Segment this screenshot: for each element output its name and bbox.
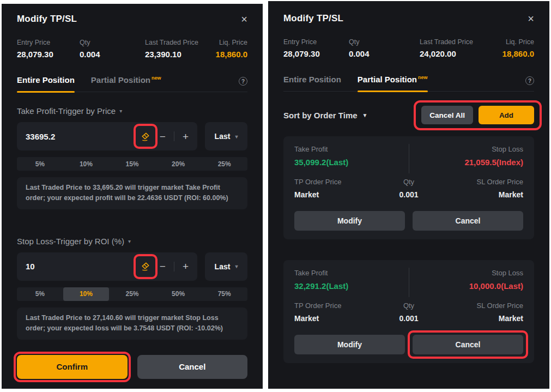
take-profit-trigger-type-select[interactable]: Last ▾ bbox=[205, 122, 247, 150]
card-order-values: Market 0.001 Market bbox=[294, 190, 523, 199]
new-badge: new bbox=[418, 75, 428, 80]
sort-actions-row: Sort by Order Time ▼ Cancel All Add bbox=[283, 106, 534, 124]
cancel-order-button[interactable]: Cancel bbox=[413, 335, 523, 354]
modal-title: Modify TP/SL bbox=[17, 14, 77, 25]
take-profit-section-label: Take Profit-Trigger by Price ▾ bbox=[17, 106, 247, 116]
sl-order-price: Market bbox=[447, 314, 523, 323]
tp-order-price: Market bbox=[294, 190, 371, 199]
tpsl-order-card: Take Profit Stop Loss 32,291.2(Last) 10,… bbox=[283, 260, 534, 363]
stop-loss-value: 10,000.0(Last) bbox=[469, 281, 523, 291]
eraser-icon[interactable] bbox=[140, 130, 152, 142]
cancel-order-button[interactable]: Cancel bbox=[413, 211, 523, 231]
stop-loss-info-text: Last Traded Price to 27,140.60 will trig… bbox=[17, 307, 247, 340]
stop-loss-roi-input[interactable]: 10 − + bbox=[17, 252, 197, 281]
sort-caret-icon: ▼ bbox=[362, 112, 368, 118]
card-divider bbox=[409, 144, 409, 173]
position-stats: Entry Price 28,079.30 Qty 0.004 Last Tra… bbox=[283, 38, 534, 58]
card-order-labels: TP Order Price Qty SL Order Price bbox=[294, 301, 523, 310]
modify-button-wrap: Modify bbox=[294, 335, 405, 354]
tab-entire-position[interactable]: Entire Position bbox=[283, 75, 341, 91]
take-profit-percent-row: 5% 10% 15% 20% 25% bbox=[17, 157, 247, 171]
order-qty: 0.001 bbox=[371, 190, 447, 199]
divider bbox=[174, 131, 174, 141]
tab-partial-position[interactable]: Partial Positionnew bbox=[358, 75, 428, 91]
close-icon[interactable]: × bbox=[241, 14, 247, 25]
stat-last-traded-price: Last Traded Price 23,390.10 bbox=[145, 39, 216, 59]
actions-wrap: Cancel All Add bbox=[421, 106, 534, 124]
tp-percent-option[interactable]: 15% bbox=[109, 157, 155, 171]
stop-loss-value: 21,059.5(Index) bbox=[464, 158, 523, 167]
take-profit-price-input[interactable]: 33695.2 − + bbox=[17, 122, 197, 150]
tpsl-order-card: Take Profit Stop Loss 35,099.2(Last) 21,… bbox=[283, 136, 534, 239]
chevron-down-icon: ▾ bbox=[235, 263, 238, 269]
sl-percent-option[interactable]: 5% bbox=[17, 287, 63, 301]
plus-icon[interactable]: + bbox=[183, 131, 189, 142]
eraser-icon[interactable] bbox=[140, 261, 152, 273]
modify-button[interactable]: Modify bbox=[294, 335, 405, 354]
eraser-glyph bbox=[140, 261, 150, 272]
chevron-down-icon: ▾ bbox=[235, 134, 238, 140]
card-order-values: Market 0.001 Market bbox=[294, 314, 523, 323]
stat-liq-price: Liq. Price 18,860.0 bbox=[216, 39, 247, 59]
card-order-labels: TP Order Price Qty SL Order Price bbox=[294, 178, 523, 186]
stop-loss-trigger-type-select[interactable]: Last ▾ bbox=[205, 252, 247, 281]
sort-by-order-time-dropdown[interactable]: Sort by Order Time ▼ bbox=[283, 111, 368, 120]
modal-title: Modify TP/SL bbox=[283, 13, 343, 24]
confirm-button[interactable]: Confirm bbox=[17, 355, 128, 379]
tp-percent-option[interactable]: 20% bbox=[155, 157, 202, 171]
tp-percent-option[interactable]: 5% bbox=[17, 157, 63, 171]
new-badge: new bbox=[152, 75, 161, 81]
tp-order-price: Market bbox=[294, 314, 371, 323]
stat-last-traded-price: Last Traded Price 24,020.00 bbox=[420, 38, 502, 58]
stat-qty: Qty 0.004 bbox=[349, 38, 420, 58]
take-profit-value: 32,291.2(Last) bbox=[294, 281, 348, 291]
help-icon[interactable]: ? bbox=[239, 77, 247, 86]
stat-entry-price: Entry Price 28,079.30 bbox=[283, 38, 349, 58]
take-profit-value: 35,099.2(Last) bbox=[294, 158, 348, 167]
modify-button-wrap: Modify bbox=[294, 211, 405, 231]
card-buttons: Modify Cancel bbox=[294, 211, 523, 231]
sl-percent-option[interactable]: 75% bbox=[201, 287, 247, 301]
input-controls: − + bbox=[140, 130, 189, 142]
cancel-button[interactable]: Cancel bbox=[137, 355, 248, 379]
position-stats: Entry Price 28,079.30 Qty 0.004 Last Tra… bbox=[17, 39, 247, 59]
modify-tpsl-modal-partial: Modify TP/SL × Entry Price 28,079.30 Qty… bbox=[268, 1, 549, 389]
position-tabs: Entire Position Partial Positionnew ? bbox=[283, 75, 534, 92]
sl-percent-option[interactable]: 25% bbox=[109, 287, 155, 301]
sl-percent-option-active[interactable]: 10% bbox=[63, 287, 110, 301]
minus-icon[interactable]: − bbox=[160, 131, 166, 142]
tp-percent-option[interactable]: 25% bbox=[201, 157, 247, 171]
cancel-button-wrap: Cancel bbox=[413, 335, 523, 354]
plus-icon[interactable]: + bbox=[183, 261, 189, 272]
stop-loss-section-label: Stop Loss-Trigger by ROI (%) ▾ bbox=[17, 237, 247, 246]
cancel-all-button[interactable]: Cancel All bbox=[421, 106, 473, 124]
modify-tpsl-modal-entire: Modify TP/SL × Entry Price 28,079.30 Qty… bbox=[2, 4, 263, 389]
cancel-button-wrap: Cancel bbox=[137, 355, 248, 379]
card-buttons: Modify Cancel bbox=[294, 335, 523, 354]
sl-percent-option[interactable]: 50% bbox=[155, 287, 202, 301]
minus-icon[interactable]: − bbox=[160, 261, 166, 272]
modal-footer: Confirm Cancel bbox=[17, 355, 247, 379]
stop-loss-percent-row: 5% 10% 25% 50% 75% bbox=[17, 287, 247, 301]
add-button[interactable]: Add bbox=[479, 106, 534, 124]
help-icon[interactable]: ? bbox=[525, 76, 534, 85]
modify-button[interactable]: Modify bbox=[294, 211, 405, 231]
chevron-down-icon[interactable]: ▾ bbox=[128, 238, 131, 244]
take-profit-info-text: Last Traded Price to 33,695.20 will trig… bbox=[17, 177, 247, 209]
close-icon[interactable]: × bbox=[528, 13, 534, 24]
take-profit-input-value[interactable]: 33695.2 bbox=[26, 132, 140, 141]
tab-entire-position[interactable]: Entire Position bbox=[17, 75, 75, 92]
modal-header: Modify TP/SL × bbox=[17, 4, 247, 25]
stop-loss-input-row: 10 − + Last ▾ bbox=[17, 252, 247, 281]
position-tabs: Entire Position Partial Positionnew ? bbox=[17, 75, 247, 92]
tab-partial-position[interactable]: Partial Positionnew bbox=[91, 75, 161, 92]
eraser-glyph bbox=[140, 131, 150, 142]
input-controls: − + bbox=[140, 261, 189, 273]
divider bbox=[174, 262, 174, 272]
stat-entry-price: Entry Price 28,079.30 bbox=[17, 39, 80, 59]
chevron-down-icon[interactable]: ▾ bbox=[119, 108, 122, 114]
modal-header: Modify TP/SL × bbox=[283, 1, 534, 24]
stat-liq-price: Liq. Price 18,860.0 bbox=[502, 38, 534, 58]
tp-percent-option[interactable]: 10% bbox=[63, 157, 110, 171]
stop-loss-input-value[interactable]: 10 bbox=[26, 262, 140, 271]
